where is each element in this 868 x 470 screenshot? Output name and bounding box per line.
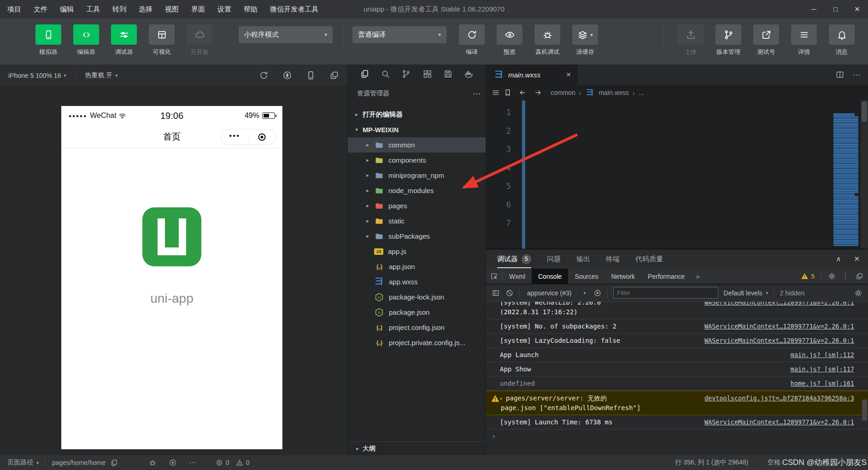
context-selector[interactable]: appservice (#3) ▾ bbox=[525, 289, 588, 297]
menu-item-5[interactable]: 选择 bbox=[139, 5, 152, 14]
console-source-link[interactable]: WAServiceMainContext…12899771&v=2.26.0:1 bbox=[704, 322, 854, 331]
tree-folder-node_modules[interactable]: ▸ node_modules bbox=[348, 183, 486, 198]
log-levels-dropdown[interactable]: Default levels ▾ bbox=[724, 289, 768, 297]
debugger-tab-4[interactable]: 代码质量 bbox=[635, 254, 663, 264]
branch-button[interactable]: 版本管理 bbox=[713, 24, 744, 56]
sliders-button[interactable]: 调试器 bbox=[109, 24, 139, 56]
breadcrumb-file[interactable]: main.wxss bbox=[599, 89, 629, 96]
detach-simulator-icon[interactable] bbox=[329, 70, 339, 80]
debugger-tab-0[interactable]: 调试器5 bbox=[497, 254, 531, 264]
navigate-forward-icon[interactable] bbox=[534, 88, 542, 97]
clear-console-icon[interactable] bbox=[505, 289, 514, 297]
devtools-tab-Console[interactable]: Console bbox=[532, 269, 568, 284]
close-panel-icon[interactable]: ✕ bbox=[854, 255, 860, 263]
capsule-more-icon[interactable]: ••• bbox=[221, 131, 248, 141]
menu-item-9[interactable]: 帮助 bbox=[244, 5, 258, 14]
outline-section[interactable]: ▸ 大纲 bbox=[348, 441, 486, 455]
editor-tab-main-wxss[interactable]: 彐 main.wxss ✕ bbox=[486, 65, 577, 85]
tree-section-open-editors[interactable]: ▸打开的编辑器 bbox=[348, 107, 486, 122]
console-scrollbar[interactable] bbox=[862, 400, 867, 421]
debugger-tab-3[interactable]: 终端 bbox=[606, 254, 620, 264]
menu-item-6[interactable]: 视图 bbox=[165, 5, 179, 14]
tree-file-package-lock.json[interactable]: JSpackage-lock.json bbox=[348, 289, 486, 305]
activity-docker[interactable] bbox=[464, 69, 474, 81]
menu-item-7[interactable]: 界面 bbox=[191, 5, 205, 14]
statusbar-debug-icon[interactable] bbox=[148, 458, 157, 467]
phone-button[interactable]: 模拟器 bbox=[33, 24, 64, 56]
refresh-button[interactable]: 编译 bbox=[457, 24, 487, 56]
menu-item-8[interactable]: 设置 bbox=[217, 5, 231, 14]
devtools-tab-Network[interactable]: Network bbox=[605, 269, 641, 284]
console-settings-icon[interactable] bbox=[854, 289, 862, 297]
devtools-menu-icon[interactable]: ⋯ bbox=[842, 273, 849, 280]
code-editor[interactable]: 1234567 bbox=[486, 100, 868, 249]
console-source-link[interactable]: main.js? [sm]:112 bbox=[791, 350, 854, 360]
console-source-link[interactable]: devtoolsconfig.js?t=…bf287184a3796258a:3 bbox=[704, 394, 854, 403]
minimap[interactable] bbox=[833, 113, 858, 246]
console-source-link[interactable]: home.js? [sm]:161 bbox=[791, 379, 854, 388]
device-frame-icon[interactable] bbox=[306, 70, 316, 80]
menu-item-3[interactable]: 工具 bbox=[86, 5, 100, 14]
console-source-link[interactable]: WAServiceMainContext…12899771&v=2.26.0:1 bbox=[704, 302, 854, 307]
console-source-link[interactable]: main.js? [sm]:117 bbox=[791, 364, 854, 374]
external-button[interactable]: 测试号 bbox=[751, 24, 781, 56]
navigate-back-icon[interactable] bbox=[518, 88, 527, 97]
bell-button[interactable]: 消息 bbox=[827, 24, 857, 56]
tree-folder-static[interactable]: ▸ static bbox=[348, 213, 486, 229]
console-sidebar-icon[interactable] bbox=[492, 289, 500, 297]
code-button[interactable]: 编辑器 bbox=[71, 24, 101, 56]
menu-button[interactable]: 详情 bbox=[789, 24, 819, 56]
restart-icon[interactable] bbox=[259, 70, 269, 80]
activity-save[interactable] bbox=[443, 69, 453, 81]
menu-item-4[interactable]: 转到 bbox=[112, 5, 126, 14]
console-source-link[interactable]: WAServiceMainContext…12899771&v=2.26.0:1 bbox=[704, 417, 854, 427]
problems-counter[interactable]: 0 0 bbox=[216, 459, 253, 466]
menu-item-2[interactable]: 编辑 bbox=[60, 5, 74, 14]
tree-file-app.wxss[interactable]: 彐app.wxss bbox=[348, 274, 486, 289]
tree-folder-subPackages[interactable]: ▸ subPackages bbox=[348, 229, 486, 244]
tree-folder-common[interactable]: ▸ common bbox=[348, 137, 486, 153]
warning-counter[interactable]: 5 bbox=[801, 272, 815, 280]
mode-dropdown[interactable]: 小程序模式 ▾ bbox=[239, 26, 333, 43]
tree-folder-pages[interactable]: ▸ pages bbox=[348, 198, 486, 213]
tree-folder-miniprogram_npm[interactable]: ▸ miniprogram_npm bbox=[348, 168, 486, 183]
eye-button[interactable]: 预览 bbox=[494, 24, 525, 56]
more-actions-icon[interactable]: ⋯ bbox=[473, 89, 481, 99]
outline-list-icon[interactable] bbox=[492, 88, 500, 97]
tree-file-app.js[interactable]: JSapp.js bbox=[348, 244, 486, 259]
menu-item-1[interactable]: 文件 bbox=[34, 5, 47, 14]
expand-icon[interactable]: ▸ bbox=[500, 394, 503, 403]
activity-files[interactable] bbox=[360, 69, 369, 81]
collapse-panel-icon[interactable]: ∧ bbox=[836, 255, 841, 263]
tree-file-project.config.json[interactable]: {..}project.config.json bbox=[348, 320, 486, 335]
console-source-link[interactable]: WAServiceMainContext…12899771&v=2.26.0:1 bbox=[704, 336, 854, 346]
inspect-element-icon[interactable] bbox=[490, 272, 498, 280]
tab-close-icon[interactable]: ✕ bbox=[566, 71, 571, 78]
devtools-settings-icon[interactable] bbox=[828, 272, 836, 280]
menu-item-10[interactable]: 微信开发者工具 bbox=[270, 5, 318, 14]
breadcrumb-folder[interactable]: common bbox=[551, 89, 575, 96]
hot-reload-toggle[interactable]: 热重载 开 ▾ bbox=[85, 71, 117, 80]
minimize-button[interactable]: ─ bbox=[803, 0, 825, 18]
editor-scrollbar[interactable] bbox=[861, 100, 868, 249]
capsule-close-icon[interactable] bbox=[249, 132, 276, 142]
tree-section-root[interactable]: ▾MP-WEIXIN bbox=[348, 122, 486, 137]
stop-icon[interactable] bbox=[282, 70, 292, 80]
activity-extensions[interactable] bbox=[422, 69, 432, 81]
tree-file-app.json[interactable]: {..}app.json bbox=[348, 259, 486, 274]
bookmark-icon[interactable] bbox=[504, 88, 512, 97]
devtools-tab-Wxml[interactable]: Wxml bbox=[503, 269, 532, 284]
console-prompt[interactable]: › bbox=[486, 429, 868, 444]
menu-item-0[interactable]: 项目 bbox=[7, 5, 21, 14]
editor-more-icon[interactable]: ⋯ bbox=[853, 71, 861, 79]
statusbar-more-icon[interactable]: ⋯ bbox=[189, 459, 196, 466]
devtools-tab-Sources[interactable]: Sources bbox=[568, 269, 604, 284]
tree-folder-components[interactable]: ▸ components bbox=[348, 153, 486, 168]
cursor-position[interactable]: 行 356, 列 1 (选中 29648) bbox=[675, 458, 748, 467]
breadcrumb-symbol[interactable]: ... bbox=[639, 89, 644, 96]
close-button[interactable]: ✕ bbox=[846, 0, 868, 18]
maximize-button[interactable]: □ bbox=[825, 0, 846, 18]
devtools-tab-Performance[interactable]: Performance bbox=[641, 269, 691, 284]
overflow-tabs-icon[interactable]: » bbox=[691, 272, 704, 280]
live-expression-icon[interactable] bbox=[593, 289, 602, 297]
